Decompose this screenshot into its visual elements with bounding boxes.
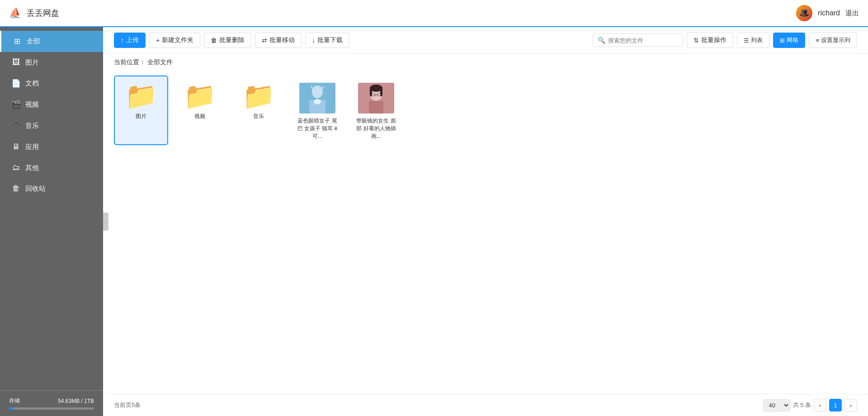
page-1-button[interactable]: 1 bbox=[829, 399, 842, 411]
logout-button[interactable]: 退出 bbox=[845, 9, 859, 18]
sidebar-label-other: 其他 bbox=[25, 164, 39, 172]
sidebar-label-videos: 视频 bbox=[25, 100, 39, 109]
sidebar: ⊞ 全部 🖼 图片 📄 文档 🎬 视频 🎧 音乐 bbox=[0, 27, 103, 416]
file-name: 蓝色眼睛女子 尾巴 女孩子 猫耳 è 可... bbox=[296, 117, 339, 140]
sidebar-label-trash: 回收站 bbox=[25, 184, 46, 193]
content-area: ↑ 上传 + 新建文件夹 🗑 批量删除 ⇄ 批量移动 ↓ 批量下载 🔍 bbox=[103, 27, 868, 416]
header-left: ⛵ 丢丢网盘 bbox=[9, 7, 59, 19]
file-name: 音乐 bbox=[253, 113, 264, 120]
file-item[interactable]: 📁 图片 bbox=[114, 76, 168, 145]
footer-bar: 当前页5条 40 20 60 100 共 5 条 ‹ 1 › bbox=[103, 394, 868, 416]
batch-download-button[interactable]: ↓ 批量下载 bbox=[305, 33, 349, 48]
settings-icon: ≡ bbox=[816, 37, 819, 44]
all-icon: ⊞ bbox=[12, 37, 22, 46]
delete-icon: 🗑 bbox=[211, 37, 217, 44]
breadcrumb-path[interactable]: 全部文件 bbox=[147, 58, 173, 66]
avatar: 🎩 bbox=[796, 5, 812, 21]
next-page-button[interactable]: › bbox=[844, 399, 857, 411]
file-name: 带眼镜的女生 面部 好看的人物插画... bbox=[354, 117, 398, 140]
display-settings-button[interactable]: ≡ 设置显示列 bbox=[809, 33, 857, 48]
main-layout: ⊞ 全部 🖼 图片 📄 文档 🎬 视频 🎧 音乐 bbox=[0, 27, 868, 416]
sidebar-item-trash[interactable]: 🗑 回收站 bbox=[0, 178, 103, 199]
storage-used: 54.63MB / 1TB bbox=[58, 398, 94, 404]
trash-icon: 🗑 bbox=[11, 184, 21, 193]
file-item[interactable]: 📁 音乐 bbox=[231, 76, 286, 145]
batch-move-button[interactable]: ⇄ 批量移动 bbox=[255, 33, 302, 48]
file-item[interactable]: 带眼镜的女生 面部 好看的人物插画... bbox=[349, 76, 403, 145]
breadcrumb-prefix: 当前位置： bbox=[114, 58, 146, 66]
new-folder-button[interactable]: + 新建文件夹 bbox=[149, 33, 200, 48]
sidebar-collapse-button[interactable]: ‹ bbox=[103, 213, 108, 231]
sidebar-label-all: 全部 bbox=[27, 37, 40, 46]
grid-icon: ⊞ bbox=[780, 37, 785, 44]
header: ⛵ 丢丢网盘 🎩 richard 退出 bbox=[0, 0, 868, 27]
images-icon: 🖼 bbox=[11, 58, 21, 67]
page-count-label: 当前页5条 bbox=[114, 401, 141, 409]
batch-delete-button[interactable]: 🗑 批量删除 bbox=[204, 33, 251, 48]
sidebar-item-docs[interactable]: 📄 文档 bbox=[0, 73, 103, 94]
folder-plus-icon: + bbox=[156, 37, 160, 44]
sidebar-item-music[interactable]: 🎧 音乐 bbox=[0, 115, 103, 137]
file-name: 视频 bbox=[194, 113, 205, 120]
sidebar-item-apps[interactable]: 🖥 应用 bbox=[0, 137, 103, 157]
sidebar-item-all[interactable]: ⊞ 全部 bbox=[0, 31, 103, 52]
move-icon: ⇄ bbox=[262, 37, 267, 44]
sidebar-item-other[interactable]: 🗂 其他 bbox=[0, 157, 103, 178]
prev-page-button[interactable]: ‹ bbox=[814, 399, 826, 411]
sidebar-nav: ⊞ 全部 🖼 图片 📄 文档 🎬 视频 🎧 音乐 bbox=[0, 27, 103, 390]
sidebar-label-apps: 应用 bbox=[25, 143, 39, 151]
search-input[interactable] bbox=[608, 37, 678, 44]
search-icon: 🔍 bbox=[598, 37, 605, 44]
svg-rect-8 bbox=[369, 101, 383, 113]
file-thumbnail bbox=[358, 83, 394, 113]
sidebar-label-music: 音乐 bbox=[25, 122, 39, 130]
file-item[interactable]: 蓝色眼睛女子 尾巴 女孩子 猫耳 è 可... bbox=[290, 76, 344, 145]
storage-label: 存储 bbox=[9, 397, 20, 405]
sidebar-wrapper: ⊞ 全部 🖼 图片 📄 文档 🎬 视频 🎧 音乐 bbox=[0, 27, 103, 416]
logo-icon: ⛵ bbox=[9, 7, 21, 19]
svg-point-1 bbox=[312, 85, 323, 98]
sidebar-item-videos[interactable]: 🎬 视频 bbox=[0, 94, 103, 115]
list-view-button[interactable]: ☰ 列表 bbox=[737, 33, 769, 48]
sidebar-label-images: 图片 bbox=[25, 58, 39, 67]
folder-icon: 📁 bbox=[184, 83, 216, 109]
folder-icon: 📁 bbox=[242, 83, 275, 109]
file-grid: 📁 图片 📁 视频 📁 音乐 bbox=[114, 76, 857, 145]
sidebar-footer: 存储 54.63MB / 1TB bbox=[0, 390, 103, 416]
file-item[interactable]: 📁 视频 bbox=[173, 76, 227, 145]
list-icon: ☰ bbox=[744, 37, 749, 44]
header-right: 🎩 richard 退出 bbox=[796, 5, 859, 21]
file-thumbnail bbox=[299, 83, 335, 113]
grid-view-button[interactable]: ⊞ 网格 bbox=[773, 33, 805, 48]
folder-icon: 📁 bbox=[125, 83, 157, 109]
sidebar-item-images[interactable]: 🖼 图片 bbox=[0, 52, 103, 73]
sidebar-label-docs: 文档 bbox=[25, 79, 39, 88]
username-label: richard bbox=[818, 9, 840, 17]
total-label: 共 5 条 bbox=[793, 401, 811, 409]
storage-bar bbox=[9, 407, 94, 410]
videos-icon: 🎬 bbox=[11, 100, 21, 109]
search-box: 🔍 bbox=[593, 33, 683, 47]
page-size-select[interactable]: 40 20 60 100 bbox=[763, 399, 790, 411]
toolbar: ↑ 上传 + 新建文件夹 🗑 批量删除 ⇄ 批量移动 ↓ 批量下载 🔍 bbox=[103, 27, 868, 54]
download-icon: ↓ bbox=[312, 37, 315, 44]
app-title: 丢丢网盘 bbox=[27, 8, 59, 19]
breadcrumb: 当前位置： 全部文件 bbox=[103, 54, 868, 71]
file-area: 📁 图片 📁 视频 📁 音乐 bbox=[103, 71, 868, 394]
file-name: 图片 bbox=[136, 113, 146, 120]
svg-point-3 bbox=[314, 99, 321, 104]
apps-icon: 🖥 bbox=[11, 142, 21, 151]
batch-ops-button[interactable]: ⇅ 批量操作 bbox=[687, 33, 733, 48]
upload-button[interactable]: ↑ 上传 bbox=[114, 33, 146, 48]
docs-icon: 📄 bbox=[11, 79, 21, 88]
upload-icon: ↑ bbox=[121, 37, 124, 44]
storage-bar-fill bbox=[9, 407, 14, 410]
other-icon: 🗂 bbox=[11, 163, 21, 172]
batch-ops-icon: ⇅ bbox=[693, 37, 699, 44]
music-icon: 🎧 bbox=[11, 121, 21, 131]
pagination: 40 20 60 100 共 5 条 ‹ 1 › bbox=[763, 399, 857, 411]
